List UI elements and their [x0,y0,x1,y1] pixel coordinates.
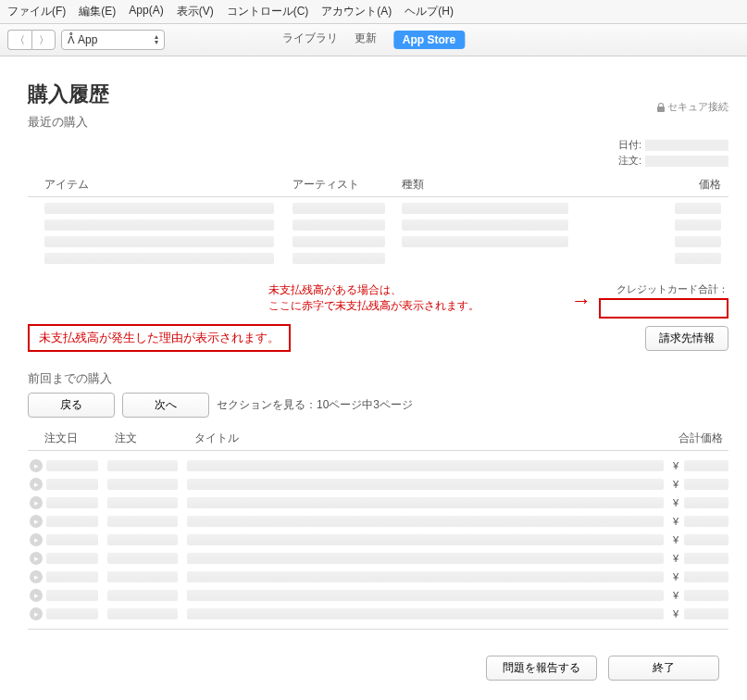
order-title [187,460,664,471]
order-date [46,590,98,601]
category-select[interactable]: ᐰ App ▴▾ [61,30,165,50]
tab-store[interactable]: App Store [393,31,465,49]
item-artist [293,253,385,264]
item-row [44,203,728,214]
expand-icon[interactable]: ▸ [30,459,43,472]
pagination-row: 戻る 次へ セクションを見る：10ページ中3ページ [28,393,728,418]
order-total [684,571,728,582]
order-row[interactable]: ▸¥ [28,512,728,531]
credit-card-total-value [599,298,728,319]
col-order-date: 注文日 [44,431,115,446]
order-total [684,553,728,564]
menu-control[interactable]: コントロール(C) [227,4,309,19]
orders-header: 注文日 注文 タイトル 合計価格 [28,427,728,451]
order-row[interactable]: ▸¥ [28,475,728,494]
tab-updates[interactable]: 更新 [355,31,377,49]
billing-info-button[interactable]: 請求先情報 [645,326,728,351]
app-icon: ᐰ [68,34,74,46]
order-title [187,534,664,545]
order-total [684,516,728,527]
item-price [675,203,721,214]
item-artist [293,236,385,247]
order-title [187,571,664,582]
recent-purchases-label: 最近の購入 [28,114,728,131]
expand-icon[interactable]: ▸ [30,478,43,491]
item-price [675,253,721,264]
col-order-id: 注文 [115,431,194,446]
item-row [44,253,728,264]
order-total [684,590,728,601]
order-id-value [645,156,728,167]
credit-row: 未支払残高がある場合は、 ここに赤字で未支払残高が表示されます。 → クレジット… [28,282,728,319]
expand-icon[interactable]: ▸ [30,515,43,528]
order-row[interactable]: ▸¥ [28,605,728,623]
tab-library[interactable]: ライブラリ [282,31,338,49]
order-date-label: 日付: [618,138,641,152]
order-id [107,571,178,582]
order-date-value [645,140,728,151]
forward-button[interactable]: 〉 [31,30,56,50]
expand-icon[interactable]: ▸ [30,496,43,509]
item-name [44,219,274,231]
item-price [675,236,721,247]
category-label: App [78,33,97,46]
col-item: アイテム [44,177,293,193]
order-row[interactable]: ▸¥ [28,586,728,605]
order-id [107,497,178,508]
order-row[interactable]: ▸¥ [28,494,728,512]
annotation-reason: 未支払残高が発生した理由が表示されます。 [28,324,291,352]
order-date [46,516,98,527]
yen-symbol: ¥ [673,516,684,527]
expand-icon[interactable]: ▸ [30,607,43,620]
order-id [107,516,178,527]
order-total [684,497,728,508]
order-id [107,590,178,601]
order-total [684,534,728,545]
secure-connection: セキュア接続 [657,100,728,114]
order-row[interactable]: ▸¥ [28,456,728,475]
item-artist [293,203,385,214]
order-row[interactable]: ▸¥ [28,568,728,586]
yen-symbol: ¥ [673,497,684,508]
item-kind [402,219,568,231]
order-row[interactable]: ▸¥ [28,531,728,549]
next-page-button[interactable]: 次へ [122,393,209,418]
yen-symbol: ¥ [673,571,684,582]
items-header: アイテム アーティスト 種類 価格 [28,173,728,197]
credit-card-total-label: クレジットカード合計： [599,282,728,296]
item-kind [402,236,568,247]
expand-icon[interactable]: ▸ [30,589,43,602]
page-title: 購入履歴 [28,81,109,108]
menu-help[interactable]: ヘルプ(H) [405,4,454,19]
chevron-updown-icon: ▴▾ [155,34,158,45]
prev-page-button[interactable]: 戻る [28,393,115,418]
report-problem-button[interactable]: 問題を報告する [486,656,597,681]
yen-symbol: ¥ [673,553,684,564]
yen-symbol: ¥ [673,479,684,490]
expand-icon[interactable]: ▸ [30,552,43,565]
menu-file[interactable]: ファイル(F) [7,4,66,19]
order-row[interactable]: ▸¥ [28,549,728,568]
nav-buttons: 〈 〉 [7,30,56,50]
expand-icon[interactable]: ▸ [30,533,43,546]
arrow-right-icon: → [571,289,591,313]
item-name [44,253,274,264]
chevron-left-icon: 〈 [15,33,25,47]
done-button[interactable]: 終了 [608,656,719,681]
menu-app[interactable]: App(A) [129,4,163,19]
order-title [187,590,664,601]
annotation-line2: ここに赤字で未支払残高が表示されます。 [268,298,567,314]
toolbar: 〈 〉 ᐰ App ▴▾ ライブラリ 更新 App Store [0,24,747,56]
menu-edit[interactable]: 編集(E) [79,4,116,19]
content: 購入履歴 セキュア接続 最近の購入 日付: 注文: アイテム アーティスト 種類… [0,56,747,641]
back-button[interactable]: 〈 [7,30,31,50]
order-date [46,460,98,471]
reason-row: 未支払残高が発生した理由が表示されます。 請求先情報 [28,324,728,352]
annotation-line1: 未支払残高がある場合は、 [268,282,567,298]
expand-icon[interactable]: ▸ [30,570,43,583]
order-title [187,479,664,490]
menu-view[interactable]: 表示(V) [177,4,214,19]
order-date [46,553,98,564]
order-date [46,608,98,619]
menu-account[interactable]: アカウント(A) [321,4,392,19]
